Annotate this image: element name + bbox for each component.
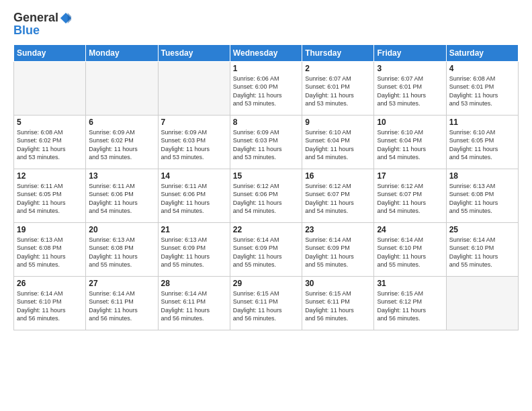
day-info: Sunrise: 6:14 AM Sunset: 6:11 PM Dayligh…	[161, 289, 227, 323]
day-info: Sunrise: 6:07 AM Sunset: 6:01 PM Dayligh…	[377, 75, 443, 108]
day-info: Sunrise: 6:10 AM Sunset: 6:04 PM Dayligh…	[305, 128, 371, 162]
logo-icon	[60, 12, 72, 24]
day-info: Sunrise: 6:11 AM Sunset: 6:06 PM Dayligh…	[89, 182, 154, 216]
calendar-cell: 11Sunrise: 6:10 AM Sunset: 6:05 PM Dayli…	[446, 115, 518, 169]
calendar-cell: 10Sunrise: 6:10 AM Sunset: 6:04 PM Dayli…	[374, 115, 446, 169]
calendar-cell: 5Sunrise: 6:08 AM Sunset: 6:02 PM Daylig…	[14, 115, 86, 169]
calendar-cell: 29Sunrise: 6:15 AM Sunset: 6:11 PM Dayli…	[230, 276, 302, 330]
calendar-cell: 27Sunrise: 6:14 AM Sunset: 6:11 PM Dayli…	[86, 276, 158, 330]
day-info: Sunrise: 6:14 AM Sunset: 6:09 PM Dayligh…	[305, 236, 371, 269]
weekday-header-saturday: Saturday	[446, 44, 518, 61]
calendar: SundayMondayTuesdayWednesdayThursdayFrid…	[13, 44, 519, 330]
day-number: 14	[161, 171, 227, 181]
calendar-cell: 2Sunrise: 6:07 AM Sunset: 6:01 PM Daylig…	[302, 61, 374, 115]
week-row-3: 12Sunrise: 6:11 AM Sunset: 6:05 PM Dayli…	[14, 169, 519, 222]
day-number: 10	[377, 118, 443, 127]
calendar-cell: 12Sunrise: 6:11 AM Sunset: 6:05 PM Dayli…	[14, 169, 86, 222]
day-info: Sunrise: 6:12 AM Sunset: 6:07 PM Dayligh…	[305, 182, 371, 216]
day-number: 26	[17, 279, 83, 288]
calendar-cell: 3Sunrise: 6:07 AM Sunset: 6:01 PM Daylig…	[374, 61, 446, 115]
day-number: 1	[233, 64, 299, 73]
day-info: Sunrise: 6:09 AM Sunset: 6:03 PM Dayligh…	[161, 128, 227, 162]
day-info: Sunrise: 6:13 AM Sunset: 6:08 PM Dayligh…	[449, 182, 515, 216]
calendar-cell: 9Sunrise: 6:10 AM Sunset: 6:04 PM Daylig…	[302, 115, 374, 169]
calendar-cell: 23Sunrise: 6:14 AM Sunset: 6:09 PM Dayli…	[302, 222, 374, 276]
logo-general-text: General	[13, 11, 58, 25]
day-info: Sunrise: 6:12 AM Sunset: 6:06 PM Dayligh…	[233, 182, 299, 216]
weekday-header-tuesday: Tuesday	[158, 44, 230, 61]
day-number: 20	[89, 225, 154, 234]
day-number: 19	[17, 225, 83, 234]
day-number: 15	[233, 171, 299, 181]
day-number: 30	[305, 279, 371, 288]
calendar-cell	[14, 61, 86, 115]
week-row-1: 1Sunrise: 6:06 AM Sunset: 6:00 PM Daylig…	[14, 61, 519, 115]
calendar-cell: 1Sunrise: 6:06 AM Sunset: 6:00 PM Daylig…	[230, 61, 302, 115]
day-info: Sunrise: 6:14 AM Sunset: 6:10 PM Dayligh…	[449, 236, 515, 269]
weekday-header-friday: Friday	[374, 44, 446, 61]
day-info: Sunrise: 6:14 AM Sunset: 6:10 PM Dayligh…	[17, 289, 83, 323]
day-number: 27	[89, 279, 154, 288]
header: General Blue	[13, 11, 519, 38]
day-info: Sunrise: 6:15 AM Sunset: 6:12 PM Dayligh…	[377, 289, 443, 323]
calendar-cell: 26Sunrise: 6:14 AM Sunset: 6:10 PM Dayli…	[14, 276, 86, 330]
day-number: 22	[233, 225, 299, 234]
calendar-cell: 31Sunrise: 6:15 AM Sunset: 6:12 PM Dayli…	[374, 276, 446, 330]
weekday-header-sunday: Sunday	[14, 44, 86, 61]
calendar-cell: 18Sunrise: 6:13 AM Sunset: 6:08 PM Dayli…	[446, 169, 518, 222]
day-info: Sunrise: 6:08 AM Sunset: 6:02 PM Dayligh…	[17, 128, 83, 162]
calendar-cell: 4Sunrise: 6:08 AM Sunset: 6:01 PM Daylig…	[446, 61, 518, 115]
day-number: 23	[305, 225, 371, 234]
calendar-cell: 22Sunrise: 6:14 AM Sunset: 6:09 PM Dayli…	[230, 222, 302, 276]
calendar-cell: 30Sunrise: 6:15 AM Sunset: 6:11 PM Dayli…	[302, 276, 374, 330]
calendar-cell	[158, 61, 230, 115]
day-number: 6	[89, 118, 154, 127]
week-row-4: 19Sunrise: 6:13 AM Sunset: 6:08 PM Dayli…	[14, 222, 519, 276]
weekday-header-monday: Monday	[86, 44, 158, 61]
calendar-cell: 6Sunrise: 6:09 AM Sunset: 6:02 PM Daylig…	[86, 115, 158, 169]
day-info: Sunrise: 6:06 AM Sunset: 6:00 PM Dayligh…	[233, 75, 299, 108]
day-info: Sunrise: 6:13 AM Sunset: 6:09 PM Dayligh…	[161, 236, 227, 269]
day-number: 18	[449, 171, 515, 181]
calendar-cell: 15Sunrise: 6:12 AM Sunset: 6:06 PM Dayli…	[230, 169, 302, 222]
day-info: Sunrise: 6:15 AM Sunset: 6:11 PM Dayligh…	[233, 289, 299, 323]
day-number: 29	[233, 279, 299, 288]
day-number: 21	[161, 225, 227, 234]
calendar-cell: 13Sunrise: 6:11 AM Sunset: 6:06 PM Dayli…	[86, 169, 158, 222]
day-number: 4	[449, 64, 515, 73]
calendar-cell: 7Sunrise: 6:09 AM Sunset: 6:03 PM Daylig…	[158, 115, 230, 169]
day-number: 8	[233, 118, 299, 127]
calendar-cell	[446, 276, 518, 330]
logo: General Blue	[13, 11, 72, 38]
day-number: 7	[161, 118, 227, 127]
day-info: Sunrise: 6:07 AM Sunset: 6:01 PM Dayligh…	[305, 75, 371, 108]
calendar-cell: 25Sunrise: 6:14 AM Sunset: 6:10 PM Dayli…	[446, 222, 518, 276]
day-info: Sunrise: 6:08 AM Sunset: 6:01 PM Dayligh…	[449, 75, 515, 108]
day-info: Sunrise: 6:14 AM Sunset: 6:09 PM Dayligh…	[233, 236, 299, 269]
day-info: Sunrise: 6:12 AM Sunset: 6:07 PM Dayligh…	[377, 182, 443, 216]
day-number: 12	[17, 171, 83, 181]
day-number: 24	[377, 225, 443, 234]
day-number: 2	[305, 64, 371, 73]
calendar-cell: 21Sunrise: 6:13 AM Sunset: 6:09 PM Dayli…	[158, 222, 230, 276]
day-number: 11	[449, 118, 515, 127]
day-info: Sunrise: 6:11 AM Sunset: 6:06 PM Dayligh…	[161, 182, 227, 216]
day-number: 17	[377, 171, 443, 181]
day-number: 28	[161, 279, 227, 288]
day-number: 31	[377, 279, 443, 288]
day-number: 16	[305, 171, 371, 181]
day-info: Sunrise: 6:10 AM Sunset: 6:04 PM Dayligh…	[377, 128, 443, 162]
day-number: 13	[89, 171, 154, 181]
day-info: Sunrise: 6:13 AM Sunset: 6:08 PM Dayligh…	[17, 236, 83, 269]
weekday-header-thursday: Thursday	[302, 44, 374, 61]
day-number: 25	[449, 225, 515, 234]
week-row-2: 5Sunrise: 6:08 AM Sunset: 6:02 PM Daylig…	[14, 115, 519, 169]
day-info: Sunrise: 6:10 AM Sunset: 6:05 PM Dayligh…	[449, 128, 515, 162]
page: General Blue SundayMondayTuesdayWednesda…	[0, 0, 532, 411]
day-number: 3	[377, 64, 443, 73]
day-info: Sunrise: 6:09 AM Sunset: 6:03 PM Dayligh…	[233, 128, 299, 162]
day-info: Sunrise: 6:11 AM Sunset: 6:05 PM Dayligh…	[17, 182, 83, 216]
calendar-cell: 8Sunrise: 6:09 AM Sunset: 6:03 PM Daylig…	[230, 115, 302, 169]
week-row-5: 26Sunrise: 6:14 AM Sunset: 6:10 PM Dayli…	[14, 276, 519, 330]
calendar-cell: 24Sunrise: 6:14 AM Sunset: 6:10 PM Dayli…	[374, 222, 446, 276]
